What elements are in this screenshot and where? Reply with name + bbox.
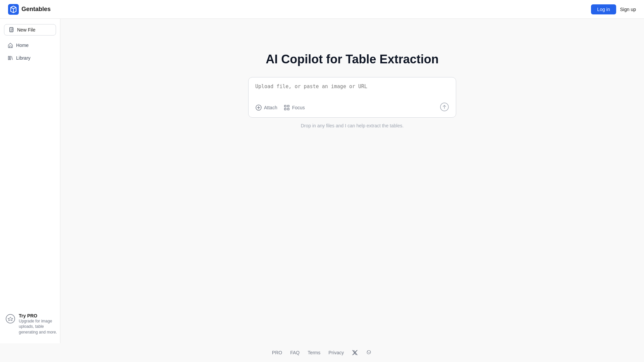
home-icon: [7, 42, 13, 48]
try-pro-text: Try PRO Upgrade for image uploads, table…: [19, 313, 62, 335]
footer-link-privacy[interactable]: Privacy: [328, 350, 344, 355]
app-body: New File Home Library AI Copilot for Tab…: [0, 19, 644, 362]
drop-hint: Drop in any files and I can help extract…: [301, 123, 404, 128]
footer-link-terms[interactable]: Terms: [308, 350, 320, 355]
svg-rect-2: [8, 56, 9, 60]
svg-rect-3: [10, 56, 11, 60]
footer-link-faq[interactable]: FAQ: [290, 350, 300, 355]
header-actions: Log in Sign up: [591, 4, 636, 14]
signup-button[interactable]: Sign up: [620, 7, 636, 12]
upload-input[interactable]: [255, 83, 449, 97]
upload-toolbar: Attach Focus: [255, 102, 449, 113]
discord-icon[interactable]: [366, 350, 372, 356]
logo-area: Gentables: [8, 4, 51, 15]
svg-rect-8: [287, 108, 289, 110]
svg-rect-6: [287, 105, 289, 107]
sidebar-item-home[interactable]: Home: [4, 40, 56, 51]
focus-button[interactable]: Focus: [283, 104, 305, 111]
logo-icon: [8, 4, 19, 15]
footer-link-pro[interactable]: PRO: [272, 350, 282, 355]
new-file-label: New File: [17, 27, 35, 33]
svg-rect-7: [284, 108, 286, 110]
footer: PRO FAQ Terms Privacy: [0, 343, 644, 362]
try-pro-title: Try PRO: [19, 313, 62, 318]
svg-point-10: [6, 314, 15, 323]
attach-icon: [255, 104, 262, 111]
new-file-icon: [9, 27, 14, 33]
svg-rect-5: [284, 105, 286, 107]
login-button[interactable]: Log in: [591, 4, 616, 14]
home-label: Home: [16, 43, 29, 48]
try-pro-section[interactable]: Try PRO Upgrade for image uploads, table…: [5, 313, 62, 335]
try-pro-icon: [5, 314, 15, 324]
library-icon: [7, 55, 13, 61]
logo-text: Gentables: [21, 6, 51, 13]
attach-button[interactable]: Attach: [255, 104, 277, 111]
attach-label: Attach: [264, 105, 277, 110]
twitter-icon[interactable]: [352, 350, 358, 356]
sidebar: New File Home Library: [0, 19, 60, 362]
focus-label: Focus: [292, 105, 305, 110]
library-label: Library: [16, 55, 31, 61]
upload-box: Attach Focus: [248, 77, 456, 118]
header: Gentables Log in Sign up: [0, 0, 644, 19]
page-title: AI Copilot for Table Extraction: [266, 52, 438, 66]
try-pro-desc: Upgrade for image uploads, table generat…: [19, 318, 62, 335]
submit-button[interactable]: [440, 102, 449, 113]
submit-icon: [440, 102, 449, 112]
main-content: AI Copilot for Table Extraction Attach: [60, 19, 644, 362]
focus-icon: [283, 104, 290, 111]
sidebar-item-library[interactable]: Library: [4, 52, 56, 64]
new-file-button[interactable]: New File: [4, 24, 56, 36]
upload-tools-left: Attach Focus: [255, 104, 305, 111]
